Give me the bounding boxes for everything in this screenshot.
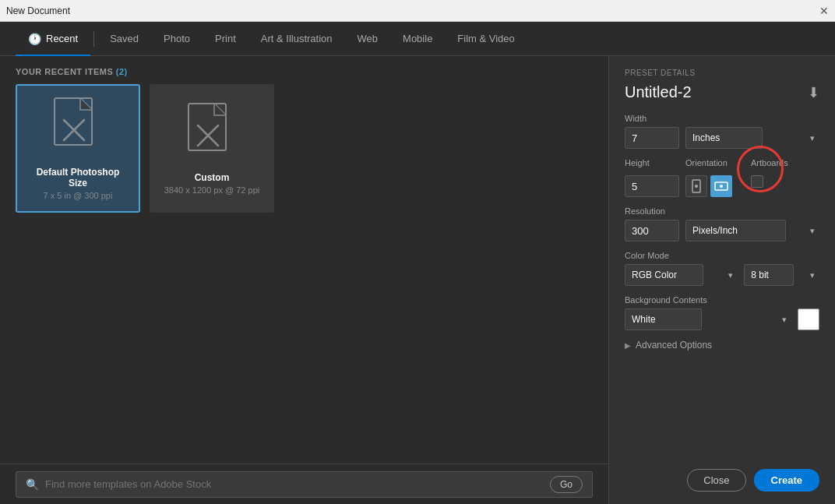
main-layout: YOUR RECENT ITEMS (2) Default Photoshop … <box>0 56 835 504</box>
tab-film-video[interactable]: Film & Video <box>445 22 527 56</box>
left-panel: YOUR RECENT ITEMS (2) Default Photoshop … <box>0 56 609 504</box>
close-button[interactable]: Close <box>687 469 745 492</box>
item-card-name: Default Photoshop Size <box>26 167 129 189</box>
window-title: New Document <box>6 5 70 16</box>
landscape-button[interactable] <box>710 175 732 197</box>
tab-saved[interactable]: Saved <box>97 22 151 56</box>
bg-contents-row: White Black Transparent <box>625 308 819 330</box>
tab-photo[interactable]: Photo <box>151 22 203 56</box>
bg-contents-select[interactable]: White Black Transparent <box>625 308 702 330</box>
recent-header: YOUR RECENT ITEMS (2) <box>0 56 608 84</box>
resolution-row: Pixels/Inch Pixels/Centimeter <box>625 220 819 241</box>
artboards-section: Artboards <box>751 158 788 197</box>
orientation-label: Orientation <box>685 158 732 167</box>
width-row: Inches Pixels Centimeters <box>625 127 819 149</box>
item-card-name: Custom <box>195 172 230 183</box>
svg-point-7 <box>695 185 698 188</box>
item-card-desc: 7 x 5 in @ 300 ppi <box>44 191 113 200</box>
document-icon <box>51 97 105 159</box>
bottom-buttons: Close Create <box>625 463 819 492</box>
color-mode-wrapper: RGB Color CMYK Color Grayscale <box>625 264 738 286</box>
bg-color-swatch[interactable] <box>798 308 819 330</box>
right-panel: PRESET DETAILS Untitled-2 ⬇ Width Inches… <box>609 56 835 504</box>
width-input[interactable] <box>625 127 679 149</box>
svg-point-9 <box>720 185 723 188</box>
titlebar: New Document ✕ <box>0 0 835 22</box>
height-label: Height <box>625 158 679 167</box>
go-button[interactable]: Go <box>550 476 583 493</box>
tab-print[interactable]: Print <box>203 22 248 56</box>
bg-contents-wrapper: White Black Transparent <box>625 308 791 330</box>
document-icon <box>185 102 239 164</box>
search-input[interactable] <box>45 478 537 490</box>
artboards-label: Artboards <box>751 158 788 167</box>
resolution-unit-wrapper: Pixels/Inch Pixels/Centimeter <box>685 220 819 241</box>
resolution-unit-select[interactable]: Pixels/Inch Pixels/Centimeter <box>685 220 786 241</box>
clock-icon: 🕐 <box>28 33 41 45</box>
orientation-section: Orientation <box>685 158 732 197</box>
resolution-input[interactable] <box>625 220 679 241</box>
items-grid: Default Photoshop Size 7 x 5 in @ 300 pp… <box>0 84 608 463</box>
color-mode-row: RGB Color CMYK Color Grayscale 8 bit 16 … <box>625 264 819 286</box>
width-unit-select[interactable]: Inches Pixels Centimeters <box>685 127 763 149</box>
resolution-label: Resolution <box>625 206 819 216</box>
tab-recent[interactable]: 🕐 Recent <box>16 22 90 56</box>
orientation-buttons <box>685 175 732 197</box>
tab-web[interactable]: Web <box>345 22 391 56</box>
artboards-checkbox[interactable] <box>751 175 763 188</box>
height-section: Height <box>625 158 679 197</box>
portrait-button[interactable] <box>685 175 707 197</box>
preset-section-label: PRESET DETAILS <box>625 69 819 77</box>
width-label: Width <box>625 114 819 123</box>
list-item[interactable]: Custom 3840 x 1200 px @ 72 ppi <box>150 84 274 213</box>
landscape-icon <box>714 181 728 192</box>
tabbar: 🕐 Recent Saved Photo Print Art & Illustr… <box>0 22 835 56</box>
search-bar: 🔍 Go <box>0 463 608 504</box>
save-preset-icon[interactable]: ⬇ <box>808 84 819 101</box>
chevron-right-icon: ▶ <box>625 341 631 350</box>
bg-contents-label: Background Contents <box>625 295 819 305</box>
search-icon: 🔍 <box>26 478 39 491</box>
tab-art-illustration[interactable]: Art & Illustration <box>248 22 345 56</box>
color-depth-wrapper: 8 bit 16 bit 32 bit <box>744 264 819 286</box>
color-mode-select[interactable]: RGB Color CMYK Color Grayscale <box>625 264 703 286</box>
height-orient-row: Height Orientation <box>625 158 819 197</box>
search-container: 🔍 Go <box>16 471 593 498</box>
advanced-options-toggle[interactable]: ▶ Advanced Options <box>625 340 819 351</box>
item-card-desc: 3840 x 1200 px @ 72 ppi <box>164 185 259 195</box>
portrait-icon <box>691 179 702 193</box>
list-item[interactable]: Default Photoshop Size 7 x 5 in @ 300 pp… <box>16 84 140 213</box>
width-unit-wrapper: Inches Pixels Centimeters <box>685 127 819 149</box>
artboards-checkbox-row <box>751 175 788 188</box>
close-window-button[interactable]: ✕ <box>819 5 829 16</box>
height-input[interactable] <box>625 175 679 197</box>
tab-divider <box>93 31 94 47</box>
color-mode-label: Color Mode <box>625 251 819 260</box>
preset-title: Untitled-2 <box>625 83 692 101</box>
create-button[interactable]: Create <box>754 469 819 492</box>
preset-title-row: Untitled-2 ⬇ <box>625 83 819 101</box>
tab-mobile[interactable]: Mobile <box>390 22 445 56</box>
color-depth-select[interactable]: 8 bit 16 bit 32 bit <box>744 264 794 286</box>
